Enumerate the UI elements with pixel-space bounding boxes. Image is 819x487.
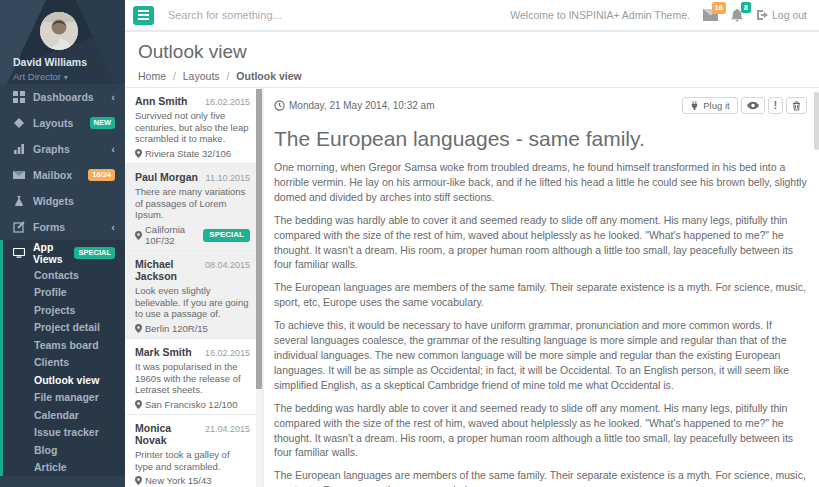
user-name[interactable]: David Williams (13, 56, 125, 68)
sidebar-subitem-teams-board[interactable]: Teams board (3, 336, 125, 354)
sidebar-nav: Dashboards ‹ Layouts NEW Graphs ‹ Mailbo… (0, 84, 125, 476)
delete-button[interactable] (786, 97, 807, 114)
breadcrumb-separator: / (226, 70, 229, 82)
menu-toggle-button[interactable] (133, 6, 154, 25)
subitem-label: Project detail (34, 321, 100, 333)
sidebar-subitem-blog[interactable]: Blog (3, 441, 125, 459)
sidebar-subitem-clients[interactable]: Clients (3, 354, 125, 372)
sidebar-item-layouts[interactable]: Layouts NEW (0, 110, 125, 136)
mail-paragraph: The European languages are members of th… (274, 280, 807, 310)
mail-snippet: Look even slightly believable. If you ar… (135, 285, 250, 320)
mail-date: 11.10.2015 (206, 173, 250, 183)
timestamp-text: Monday, 21 May 2014, 10:32 am (289, 100, 434, 111)
sidebar-item-graphs[interactable]: Graphs ‹ (0, 136, 125, 162)
chevron-left-icon: ‹ (111, 221, 115, 233)
scrollbar-thumb[interactable] (814, 92, 819, 150)
map-pin-icon (135, 149, 142, 158)
bar-chart-icon (13, 143, 26, 155)
sidebar-subitem-calendar[interactable]: Calendar (3, 406, 125, 424)
page-heading: Outlook view Home / Layouts / Outlook vi… (125, 32, 819, 88)
sidebar-subitem-profile[interactable]: Profile (3, 284, 125, 302)
mail-action-buttons: Plug it ! (682, 97, 807, 114)
sidebar-item-widgets[interactable]: Widgets (0, 188, 125, 214)
mail-body: One morning, when Gregor Samsa woke from… (274, 160, 807, 487)
content-scrollbar[interactable] (814, 90, 819, 485)
breadcrumb-layouts[interactable]: Layouts (183, 70, 220, 82)
mail-list-item[interactable]: Michael Jackson08.04.2015 Look even slig… (125, 251, 262, 339)
sidebar-subitem-issue-tracker[interactable]: Issue tracker (3, 424, 125, 442)
mail-list-item[interactable]: Paul Morgan11.10.2015 There are many var… (125, 164, 262, 251)
mailbox-count-badge: 16/24 (88, 169, 115, 181)
map-pin-icon (135, 400, 142, 409)
mail-snippet: Printer took a galley of type and scramb… (135, 449, 250, 472)
topbar-right: Welcome to INSPINIA+ Admin Theme. 16 8 L… (510, 9, 807, 22)
user-role-dropdown[interactable]: Art Director ▾ (13, 71, 125, 82)
mail-list-scrollbar[interactable] (256, 88, 262, 487)
chevron-left-icon: ‹ (111, 143, 115, 155)
map-pin-icon (135, 231, 142, 240)
mail-list-item[interactable]: Ann Smith16.02.2015 Survived not only fi… (125, 88, 262, 164)
sidebar-item-dashboards[interactable]: Dashboards ‹ (0, 84, 125, 110)
sender-name: Ann Smith (135, 95, 188, 107)
sidebar-subitem-article[interactable]: Article (3, 459, 125, 477)
important-button[interactable]: ! (768, 97, 783, 114)
subitem-label: Issue tracker (34, 426, 99, 438)
sidebar-subitem-contacts[interactable]: Contacts (3, 266, 125, 284)
subitem-label: Blog (34, 444, 57, 456)
scrollbar-thumb[interactable] (256, 89, 262, 389)
breadcrumb-home[interactable]: Home (138, 70, 166, 82)
map-pin-icon (135, 476, 142, 485)
mail-list-item[interactable]: Monica Novak21.04.2015 Printer took a ga… (125, 415, 262, 487)
sidebar-subitem-outlook-view[interactable]: Outlook view (3, 371, 125, 389)
messages-button[interactable]: 16 (703, 9, 718, 21)
sidebar-subitem-file-manager[interactable]: File manager (3, 389, 125, 407)
sidebar-item-app-views[interactable]: App Views SPECIAL (3, 240, 125, 266)
mail-location: California 10F/32 (145, 224, 203, 246)
mail-snippet: Survived not only five centuries, but al… (135, 110, 250, 145)
subitem-label: Profile (34, 286, 67, 298)
diamond-icon (13, 117, 26, 129)
mail-location: Berlin 120R/15 (145, 323, 208, 334)
mail-snippet: It was popularised in the 1960s with the… (135, 361, 250, 396)
sidebar-subitem-project-detail[interactable]: Project detail (3, 319, 125, 337)
active-nav-group: App Views SPECIAL Contacts Profile Proje… (0, 240, 125, 476)
trash-icon (792, 101, 801, 111)
clock-icon (274, 100, 285, 111)
mail-date: 16.02.2015 (205, 348, 250, 358)
mail-list: Ann Smith16.02.2015 Survived not only fi… (125, 88, 263, 487)
alerts-button[interactable]: 8 (731, 9, 743, 22)
sidebar: David Williams Art Director ▾ Dashboards… (0, 0, 125, 487)
mail-list-item[interactable]: Mark Smith16.02.2015 It was popularised … (125, 339, 262, 415)
sender-name: Paul Morgan (135, 171, 198, 183)
plug-it-button[interactable]: Plug it (682, 97, 737, 114)
topbar: Welcome to INSPINIA+ Admin Theme. 16 8 L… (125, 0, 819, 32)
chevron-left-icon: ‹ (111, 91, 115, 103)
profile-panel: David Williams Art Director ▾ (0, 0, 125, 84)
mail-location: San Francisko 12/100 (145, 399, 237, 410)
avatar-photo (40, 12, 78, 50)
sidebar-item-mailbox[interactable]: Mailbox 16/24 (0, 162, 125, 188)
view-button[interactable] (741, 97, 765, 114)
sidebar-subitem-projects[interactable]: Projects (3, 301, 125, 319)
caret-down-icon: ▾ (64, 73, 68, 82)
subitem-label: Outlook view (34, 374, 99, 386)
sender-name: Mark Smith (135, 346, 192, 358)
sidebar-item-forms[interactable]: Forms ‹ (0, 214, 125, 240)
mail-toolbar: Monday, 21 May 2014, 10:32 am Plug it ! (274, 97, 807, 114)
mail-paragraph: The bedding was hardly able to cover it … (274, 401, 807, 461)
avatar[interactable] (40, 12, 78, 50)
logout-button[interactable]: Log out (756, 9, 807, 21)
sidebar-item-label: Dashboards (33, 91, 94, 103)
pencil-square-icon (13, 221, 26, 233)
new-badge: NEW (90, 117, 116, 129)
welcome-text: Welcome to INSPINIA+ Admin Theme. (510, 9, 690, 21)
special-badge: SPECIAL (74, 247, 115, 259)
page-title: Outlook view (138, 41, 819, 63)
special-badge: SPECIAL (203, 229, 250, 242)
search-input[interactable] (168, 9, 388, 21)
breadcrumb-separator: / (173, 70, 176, 82)
alerts-count-badge: 8 (741, 2, 751, 14)
sidebar-item-label: Mailbox (33, 169, 72, 181)
sidebar-item-label: Widgets (33, 195, 74, 207)
exclamation-icon: ! (774, 100, 777, 111)
